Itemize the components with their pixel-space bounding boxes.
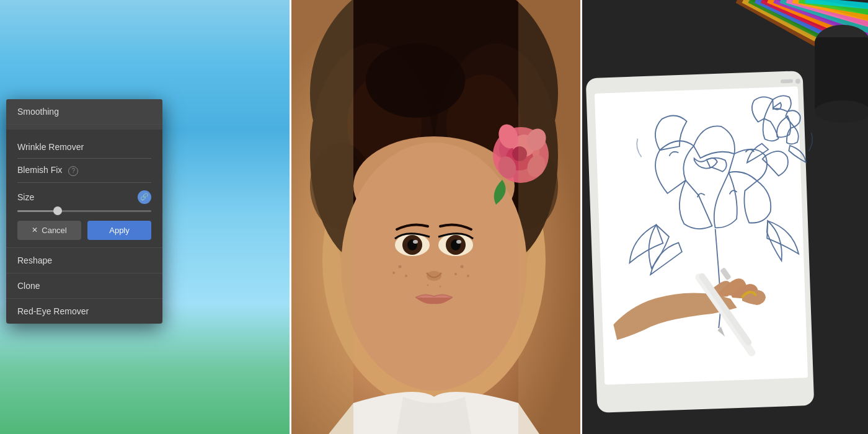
- svg-point-66: [413, 240, 418, 244]
- cancel-button[interactable]: ✕ Cancel: [17, 221, 81, 240]
- portrait-svg: [291, 0, 580, 434]
- svg-point-73: [467, 275, 469, 277]
- red-eye-remover-menu-item[interactable]: Red-Eye Remover: [6, 299, 162, 324]
- apply-label: Apply: [109, 226, 130, 235]
- button-row: ✕ Cancel Apply: [17, 221, 151, 240]
- svg-point-59: [341, 143, 527, 391]
- svg-rect-88: [518, 0, 580, 434]
- svg-point-71: [392, 272, 395, 274]
- svg-point-67: [456, 240, 461, 244]
- svg-rect-87: [291, 0, 353, 434]
- svg-point-74: [454, 273, 457, 275]
- wrinkle-remover-inner[interactable]: Wrinkle Remover: [17, 137, 151, 159]
- smoothing-label: Smoothing: [17, 107, 59, 117]
- tablet-drawing-panel: [582, 0, 868, 434]
- smoothing-menu-item[interactable]: Smoothing Wrinkle Remover Blemish Fix ?: [6, 99, 162, 248]
- main-container: Smoothing Wrinkle Remover Blemish Fix ?: [0, 0, 868, 434]
- blemish-fix-help-icon[interactable]: ?: [68, 166, 78, 176]
- clone-label: Clone: [17, 281, 40, 291]
- svg-point-70: [405, 275, 407, 277]
- slider-thumb[interactable]: [53, 206, 62, 215]
- red-eye-remover-label: Red-Eye Remover: [17, 306, 89, 316]
- left-divider: [290, 0, 291, 434]
- size-slider-container[interactable]: [17, 210, 151, 212]
- apply-button[interactable]: Apply: [87, 221, 151, 240]
- link-icon[interactable]: [138, 190, 151, 204]
- anime-character-panel: Smoothing Wrinkle Remover Blemish Fix ?: [0, 0, 290, 434]
- cancel-x-icon: ✕: [32, 226, 38, 234]
- cancel-label: Cancel: [42, 226, 66, 235]
- retouching-dropdown-menu: Smoothing Wrinkle Remover Blemish Fix ?: [6, 99, 162, 324]
- svg-rect-105: [815, 37, 868, 112]
- slider-fill: [17, 210, 58, 212]
- right-divider: [580, 0, 582, 434]
- svg-point-109: [795, 79, 800, 84]
- svg-point-76: [440, 286, 441, 288]
- svg-point-69: [399, 265, 402, 268]
- svg-point-72: [461, 265, 464, 268]
- portrait-panel: [291, 0, 580, 434]
- clone-menu-item[interactable]: Clone: [6, 273, 162, 299]
- svg-point-57: [366, 43, 465, 118]
- smoothing-expanded-content: Wrinkle Remover Blemish Fix ? Size: [6, 130, 162, 247]
- svg-point-75: [427, 285, 429, 286]
- reshape-menu-item[interactable]: Reshape: [6, 248, 162, 273]
- slider-track[interactable]: [17, 210, 151, 212]
- blemish-fix-inner[interactable]: Blemish Fix ?: [17, 165, 151, 183]
- smoothing-header[interactable]: Smoothing: [6, 99, 162, 125]
- reshape-label: Reshape: [17, 255, 52, 265]
- portrait-container: [291, 0, 580, 434]
- tablet-drawing-svg: [582, 0, 868, 434]
- size-row: Size: [17, 189, 151, 204]
- size-label: Size: [17, 192, 34, 202]
- svg-point-106: [815, 100, 868, 123]
- svg-rect-108: [781, 79, 793, 84]
